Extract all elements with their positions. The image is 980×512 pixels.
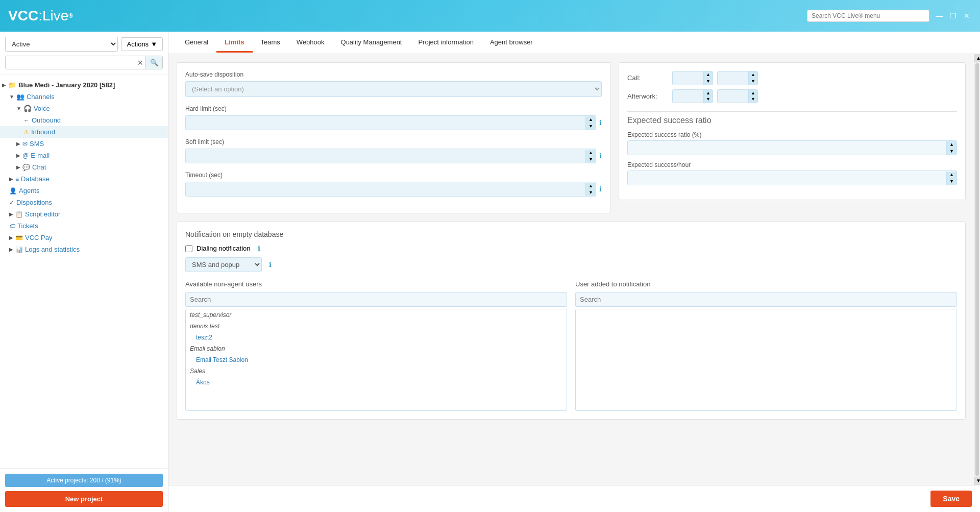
- user-item-akos[interactable]: Ákos: [186, 377, 567, 388]
- call-input2[interactable]: 0: [718, 72, 748, 84]
- user-item-email-teszt-sablon[interactable]: Email Teszt Sablon: [186, 354, 567, 365]
- tab-general[interactable]: General: [177, 33, 216, 53]
- afterwork-up2-button[interactable]: ▲: [749, 90, 757, 96]
- soft-limit-group: Soft limit (sec) 7200 ▲ ▼ ℹ: [185, 138, 602, 163]
- afterwork-down2-button[interactable]: ▼: [749, 96, 757, 103]
- hour-input[interactable]: 0.00: [628, 171, 946, 185]
- call-down1-button[interactable]: ▼: [704, 78, 713, 85]
- call-up1-button[interactable]: ▲: [704, 71, 713, 78]
- new-project-button[interactable]: New project: [5, 491, 163, 507]
- afterwork-down1-button[interactable]: ▼: [704, 96, 713, 103]
- scroll-down-button[interactable]: ▼: [974, 477, 980, 485]
- call-up2-button[interactable]: ▲: [749, 71, 757, 78]
- soft-limit-input-row: 7200 ▲ ▼ ℹ: [185, 149, 602, 163]
- added-users-search[interactable]: [575, 292, 957, 307]
- tab-webhook[interactable]: Webhook: [288, 33, 333, 53]
- user-item-teszt2[interactable]: teszt2: [186, 332, 567, 343]
- user-item-dennis-test[interactable]: dennis test: [186, 321, 567, 332]
- sidebar-item-voice[interactable]: ▼ 🎧 Voice: [0, 103, 168, 114]
- logo-colon: :: [38, 8, 42, 24]
- sidebar-item-script-editor[interactable]: ▶ 📋 Script editor: [0, 208, 168, 220]
- search-icon-button[interactable]: 🔍: [145, 56, 162, 69]
- sidebar-item-inbound[interactable]: ⚠ Inbound: [0, 126, 168, 138]
- auto-save-select[interactable]: (Select an option): [185, 81, 602, 97]
- tab-project-information[interactable]: Project information: [410, 33, 481, 53]
- timeout-down-button[interactable]: ▼: [586, 189, 596, 196]
- sidebar-item-outbound[interactable]: ← Outbound: [0, 114, 168, 126]
- tab-quality-management[interactable]: Quality Management: [333, 33, 410, 53]
- tab-teams[interactable]: Teams: [253, 33, 288, 53]
- close-button[interactable]: ✕: [962, 11, 972, 21]
- hard-limit-input[interactable]: 43200: [186, 116, 585, 130]
- tab-agent-browser[interactable]: Agent browser: [482, 33, 541, 53]
- sidebar-search-input[interactable]: blue: [6, 56, 135, 69]
- sms-popup-info-icon[interactable]: ℹ: [269, 261, 272, 269]
- sidebar-item-channels[interactable]: ▼ 👥 Channels: [0, 91, 168, 103]
- added-users-title: User added to notification: [575, 280, 957, 288]
- available-users-search[interactable]: [185, 292, 567, 307]
- dialing-info-icon[interactable]: ℹ: [258, 245, 260, 252]
- notification-section: Notification on empty database Dialing n…: [177, 222, 966, 420]
- sidebar-item-agents[interactable]: 👤 Agents: [0, 185, 168, 197]
- soft-limit-info-icon[interactable]: ℹ: [599, 152, 602, 160]
- call-down2-button[interactable]: ▼: [749, 78, 757, 85]
- ratio-input[interactable]: 0: [628, 141, 946, 155]
- soft-limit-down-button[interactable]: ▼: [586, 156, 596, 163]
- timeout-input[interactable]: 20: [186, 182, 585, 196]
- user-item-sales[interactable]: Sales: [186, 365, 567, 377]
- tree-item-label: Database: [21, 175, 50, 183]
- ratio-up-button[interactable]: ▲: [947, 141, 957, 148]
- logo-live: Live: [42, 8, 68, 24]
- hour-up-button[interactable]: ▲: [947, 172, 957, 178]
- sidebar-item-dispositions[interactable]: ✓ Dispositions: [0, 197, 168, 208]
- save-button[interactable]: Save: [930, 491, 972, 507]
- ratio-down-button[interactable]: ▼: [947, 148, 957, 155]
- call-afterwork-section: Call: 0 ▲ ▼ 0: [627, 71, 957, 103]
- call-input2-group: 0 ▲ ▼: [717, 71, 758, 85]
- minimize-button[interactable]: —: [934, 11, 945, 21]
- sms-popup-select[interactable]: SMS and popup: [185, 257, 262, 272]
- user-item-test-supervisor[interactable]: test_supervisor: [186, 309, 567, 321]
- dialing-notification-checkbox[interactable]: [185, 245, 192, 252]
- sidebar-item-chat[interactable]: ▶ 💬 Chat: [0, 161, 168, 173]
- hard-limit-down-button[interactable]: ▼: [586, 123, 596, 130]
- afterwork-input1[interactable]: 0: [673, 90, 703, 102]
- search-clear-button[interactable]: ✕: [135, 57, 145, 69]
- call-spinners1: ▲ ▼: [703, 71, 713, 85]
- hour-down-button[interactable]: ▼: [947, 178, 957, 185]
- warning-icon: ⚠: [23, 129, 29, 136]
- afterwork-input1-group: 0 ▲ ▼: [672, 89, 713, 104]
- top-section: Auto-save disposition (Select an option)…: [177, 62, 966, 213]
- soft-limit-up-button[interactable]: ▲: [586, 150, 596, 156]
- soft-limit-input-group: 7200 ▲ ▼: [185, 149, 596, 163]
- soft-limit-input[interactable]: 7200: [186, 149, 585, 163]
- sidebar-item-database[interactable]: ▶ ≡ Database: [0, 173, 168, 185]
- hard-limit-info-icon[interactable]: ℹ: [599, 119, 602, 127]
- filter-row: Active Actions ▼: [5, 37, 163, 52]
- sidebar-item-logs[interactable]: ▶ 📊 Logs and statistics: [0, 243, 168, 255]
- restore-button[interactable]: ❐: [948, 11, 959, 21]
- filter-select[interactable]: Active: [5, 37, 118, 52]
- scroll-up-button[interactable]: ▲: [974, 54, 980, 62]
- sidebar-top: Active Actions ▼ blue ✕ 🔍: [0, 32, 168, 75]
- timeout-up-button[interactable]: ▲: [586, 183, 596, 189]
- menu-search-input[interactable]: [807, 10, 929, 22]
- sidebar-item-blue-medi[interactable]: ▶ 📁 Blue Medi - January 2020 [582]: [0, 79, 168, 91]
- sidebar-item-sms[interactable]: ▶ ✉ SMS: [0, 138, 168, 150]
- tab-limits[interactable]: Limits: [216, 33, 252, 53]
- sidebar-item-email[interactable]: ▶ @ E-mail: [0, 150, 168, 161]
- sms-popup-row: SMS and popup ℹ: [185, 257, 957, 272]
- actions-button[interactable]: Actions ▼: [121, 37, 163, 51]
- logs-expand-icon: ▶: [9, 247, 13, 252]
- afterwork-input2[interactable]: 0: [718, 90, 748, 102]
- hard-limit-up-button[interactable]: ▲: [586, 116, 596, 123]
- tree-expand-icon: ▼: [9, 94, 14, 100]
- sidebar-item-tickets[interactable]: 🏷 Tickets: [0, 220, 168, 232]
- channels-icon: 👥: [16, 93, 24, 101]
- scroll-thumb[interactable]: [975, 63, 979, 476]
- timeout-info-icon[interactable]: ℹ: [599, 185, 602, 193]
- user-item-email-sablon[interactable]: Email sablon: [186, 343, 567, 354]
- call-input1[interactable]: 0: [673, 72, 703, 84]
- sidebar-item-vcc-pay[interactable]: ▶ 💳 VCC Pay: [0, 232, 168, 243]
- afterwork-up1-button[interactable]: ▲: [704, 90, 713, 96]
